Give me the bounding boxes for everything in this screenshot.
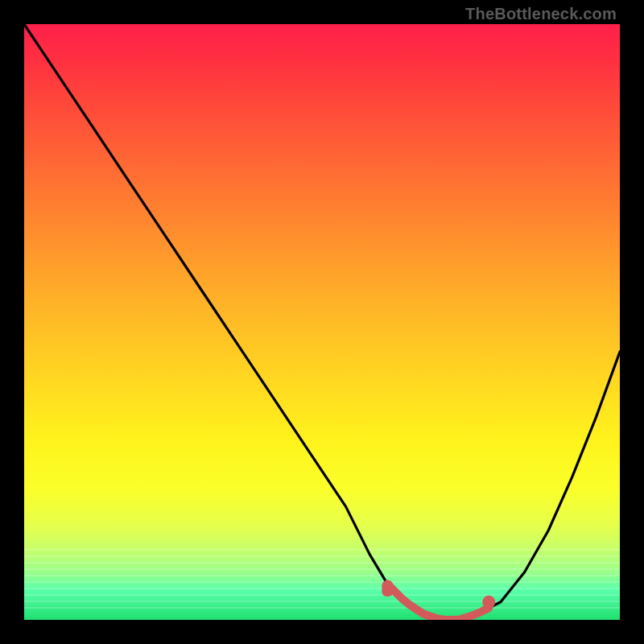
plot-area bbox=[24, 24, 620, 620]
marker-right bbox=[482, 596, 495, 609]
marker-left bbox=[382, 580, 393, 597]
watermark-text: TheBottleneck.com bbox=[465, 5, 617, 23]
curve-layer bbox=[24, 24, 620, 620]
chart-frame: TheBottleneck.com bbox=[0, 0, 644, 644]
flat-region-stroke bbox=[387, 584, 489, 620]
bottleneck-curve-path bbox=[24, 24, 620, 620]
